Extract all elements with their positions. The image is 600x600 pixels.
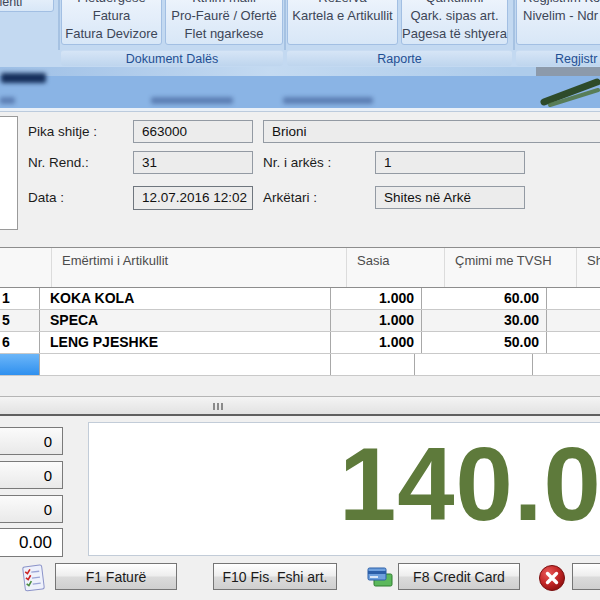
logo-swoosh-icon [540, 77, 600, 107]
cell-price: 30.00 [422, 310, 547, 331]
cell-qty: 1.000 [331, 288, 422, 309]
f1-fature-button[interactable]: F1 Faturë [55, 563, 177, 590]
ribbon-button-client[interactable]: ga klienti [0, 0, 54, 12]
cell-sum: 30.00 [547, 310, 600, 331]
side-total-field-4[interactable]: 0.00 [0, 528, 63, 557]
ribbon-group-label-regjistr: Regjistr [516, 50, 600, 66]
ribbon-item-pagesa-te-shtyera[interactable]: Pagesa të shtyera [402, 25, 507, 43]
cell-price: 60.00 [422, 288, 547, 309]
ribbon-item-qark-sipas-art[interactable]: Qark. sipas art. [402, 7, 507, 25]
table-row[interactable]: 6 LENG PJESHKE 1.000 50.00 50.00 [0, 332, 600, 354]
nr-arkes-field[interactable]: 1 [375, 151, 525, 174]
splitter-grip-icon[interactable] [213, 403, 229, 410]
ribbon-separator [58, 0, 60, 50]
arketari-label: Arkëtari : [263, 186, 317, 209]
blurred-text [0, 97, 15, 104]
side-panel [0, 116, 18, 230]
blurred-title-text [1, 73, 46, 83]
cell-name: SPECA [40, 310, 331, 331]
ribbon-item-nivelim[interactable]: Nivelim - Ndr [523, 7, 600, 25]
ribbon-item-flet-ngarkese[interactable]: Flet ngarkese [166, 25, 282, 43]
ribbon-item-pro-faure[interactable]: Pro-Faurë / Ofertë [166, 7, 282, 25]
table-row-empty-selected[interactable] [0, 354, 600, 376]
ribbon-item-fletdergese[interactable]: Fletdërgesë [62, 0, 161, 7]
ribbon-separator [284, 0, 286, 50]
banner-top-strip-dark [536, 67, 600, 76]
header-qty: Sasia [347, 248, 445, 287]
ribbon-item-fatura[interactable]: Fatura [62, 7, 161, 25]
cell-sum [533, 354, 600, 375]
nr-arkes-label: Nr. i arkës : [263, 151, 331, 174]
blurred-text [151, 97, 233, 104]
ribbon-item-kartela[interactable]: Kartela e Artikullit [288, 7, 397, 25]
cancel-icon[interactable] [538, 564, 566, 592]
ribbon-button-client-label: ga klienti [0, 0, 22, 9]
cell-id: 1 [0, 288, 40, 309]
ribbon-item-qarkullimi[interactable]: Qarkullimi [402, 0, 507, 7]
pika-shitje-name-field[interactable]: Brioni [263, 120, 600, 143]
cell-name [40, 354, 331, 375]
selected-cell[interactable] [0, 354, 40, 375]
cell-name: LENG PJESHKE [40, 332, 331, 353]
ribbon-group-label-raporte: Raporte [287, 50, 512, 66]
pika-shitje-label: Pika shitje : [28, 120, 97, 143]
grand-total-value: 140.00 [339, 431, 600, 539]
arketari-field[interactable]: Shites në Arkë [375, 186, 525, 209]
side-total-field-3[interactable]: 0 [0, 495, 63, 523]
partial-right-button[interactable] [572, 563, 600, 590]
nr-rend-field[interactable]: 31 [133, 151, 253, 174]
f10-fshi-art-button[interactable]: F10 Fis. Fshi art. [213, 563, 337, 590]
cell-id: 5 [0, 310, 40, 331]
f8-credit-card-button[interactable]: F8 Credit Card [398, 563, 520, 590]
banner-top-strip [0, 67, 600, 76]
horizontal-splitter[interactable] [0, 396, 600, 416]
ribbon-item-rezerva[interactable]: Rezerva [288, 0, 397, 7]
banner-bottom-strip [0, 108, 600, 112]
cell-name: KOKA KOLA [40, 288, 331, 309]
side-total-field-2[interactable]: 0 [0, 461, 63, 489]
cell-qty [331, 354, 415, 375]
ribbon-button-stack-kthim[interactable]: Kthim malli Pro-Faurë / Ofertë Flet ngar… [165, 0, 283, 45]
cell-sum: 60.00 [547, 288, 600, 309]
ribbon-toolbar: ga klienti Fletdërgesë Fatura Fatura Dev… [0, 0, 600, 67]
ribbon-button-stack-qarkullimi[interactable]: Qarkullimi Qark. sipas art. Pagesa të sh… [401, 0, 508, 45]
data-label: Data : [28, 186, 64, 209]
table-row[interactable]: 5 SPECA 1.000 30.00 30.00 [0, 310, 600, 332]
cell-sum: 50.00 [547, 332, 600, 353]
data-field[interactable]: 12.07.2016 12:02 [133, 186, 253, 210]
cell-qty: 1.000 [331, 332, 422, 353]
ribbon-item-kthim-malli[interactable]: Kthim malli [166, 0, 282, 7]
header-id [0, 248, 52, 287]
ribbon-item-regjistrim[interactable]: Regjistrim Ko [523, 0, 600, 7]
credit-card-icon[interactable] [366, 566, 394, 590]
pika-shitje-field[interactable]: 663000 [133, 120, 253, 143]
cell-price: 50.00 [422, 332, 547, 353]
ribbon-item-fatura-devizore[interactable]: Fatura Devizore [62, 25, 161, 43]
header-sum: Shuma me TVSH [577, 248, 600, 287]
ribbon-group-label-dokument-dales: Dokument Dalës [61, 50, 283, 66]
blurred-text [283, 97, 373, 104]
table-row[interactable]: 1 KOKA KOLA 1.000 60.00 60.00 [0, 288, 600, 310]
header-price: Çmimi me TVSH [445, 248, 577, 287]
grand-total-panel: 140.00 [88, 422, 600, 556]
header-banner [0, 76, 600, 108]
nr-rend-label: Nr. Rend.: [28, 151, 89, 174]
side-total-field-1[interactable]: 0 [0, 427, 63, 455]
ribbon-button-stack-regjistrim[interactable]: Regjistrim Ko Nivelim - Ndr [516, 0, 600, 45]
ribbon-separator [513, 0, 515, 50]
cell-price [415, 354, 533, 375]
items-table: Emërtimi i Artikullit Sasia Çmimi me TVS… [0, 247, 600, 376]
cell-id: 6 [0, 332, 40, 353]
invoice-checklist-icon[interactable] [19, 564, 48, 593]
cell-qty: 1.000 [331, 310, 422, 331]
table-header-row: Emërtimi i Artikullit Sasia Çmimi me TVS… [0, 248, 600, 288]
ribbon-button-stack-rezerva[interactable]: Rezerva Kartela e Artikullit [287, 0, 398, 45]
pos-window: ga klienti Fletdërgesë Fatura Fatura Dev… [0, 0, 600, 600]
header-name: Emërtimi i Artikullit [52, 248, 347, 287]
ribbon-button-stack-fatura[interactable]: Fletdërgesë Fatura Fatura Devizore [61, 0, 162, 45]
